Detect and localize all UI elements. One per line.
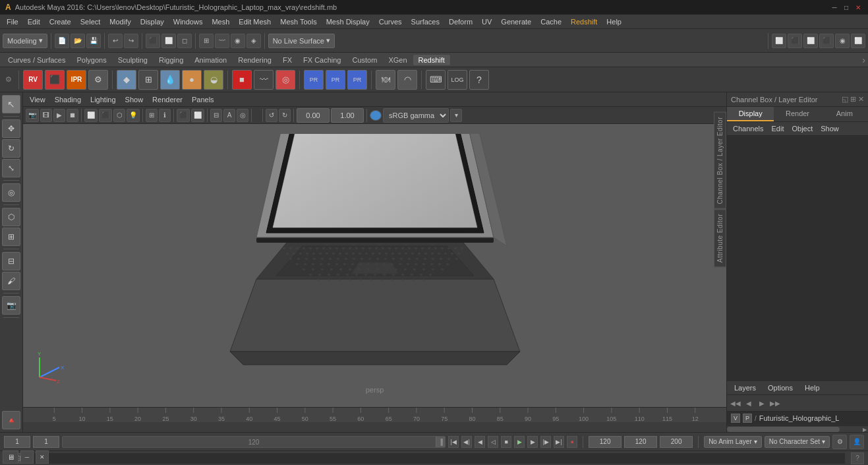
vp-render-region-btn[interactable]: ⬛ (177, 109, 190, 122)
vp-smooth-btn[interactable]: ⬛ (99, 109, 112, 122)
shelf-log-btn[interactable]: LOG (448, 70, 467, 90)
maximize-button[interactable]: □ (842, 3, 851, 12)
shelf-tab-custom[interactable]: Custom (347, 55, 383, 65)
shelf-tab-sculpting[interactable]: Sculpting (113, 55, 153, 65)
viewport-menu-view[interactable]: View (26, 94, 49, 105)
snap-point-btn[interactable]: ◉ (231, 34, 245, 48)
snap-curve-btn[interactable]: 〰 (215, 34, 229, 48)
paint-btn[interactable]: ◻ (177, 34, 192, 48)
shelf-ipr-btn[interactable]: IPR (67, 70, 86, 90)
le-menu-layers[interactable]: Layers (731, 383, 759, 392)
transport-record[interactable]: ● (567, 436, 577, 448)
vp-texture-btn[interactable]: ⬡ (113, 109, 125, 122)
gamma-select[interactable]: sRGB gamma (383, 108, 449, 123)
menu-item-redshift[interactable]: Redshift (567, 16, 601, 27)
vp-dof-btn[interactable]: ◎ (237, 109, 248, 122)
snap-to-btn[interactable]: 🔺 (2, 411, 20, 429)
vp-input-0[interactable] (297, 108, 330, 123)
shelf-tab-redshift[interactable]: Redshift (413, 55, 450, 65)
layer-next-single-btn[interactable]: ▶ (756, 397, 768, 409)
shelf-rv-btn[interactable]: RV (23, 70, 43, 90)
vp-wireframe-btn[interactable]: ⬜ (84, 109, 98, 122)
cb-tab-display[interactable]: Display (727, 107, 774, 121)
vp-hud-btn[interactable]: ℹ (159, 109, 171, 122)
transport-stop[interactable]: ■ (501, 436, 511, 448)
viewport-menu-panels[interactable]: Panels (188, 94, 218, 105)
taskbar-close-btn[interactable]: ✕ (36, 450, 49, 464)
char-set-dropdown[interactable]: No Character Set ▾ (765, 436, 830, 448)
live-surface-dropdown[interactable]: No Live Surface ▾ (268, 34, 335, 48)
menu-item-display[interactable]: Display (136, 16, 168, 27)
menu-item-windows[interactable]: Windows (169, 16, 207, 27)
menu-item-curves[interactable]: Curves (375, 16, 406, 27)
icon-btn-4[interactable]: ⬛ (819, 34, 834, 48)
menu-item-help[interactable]: Help (602, 16, 625, 27)
snap-grid-tool-btn[interactable]: ⊞ (2, 228, 20, 246)
shelf-icon-2[interactable]: ⬛ (45, 70, 65, 90)
panel-close-btn[interactable]: ✕ (858, 95, 864, 104)
undo-button[interactable]: ↩ (108, 34, 123, 48)
viewport-menu-shading[interactable]: Shading (51, 94, 85, 105)
rotate-tool-btn[interactable]: ↻ (2, 139, 20, 158)
shelf-grid-btn[interactable]: ⊞ (138, 70, 158, 90)
taskbar-minimize-btn[interactable]: ─ (20, 450, 34, 464)
icon-btn-2[interactable]: ⬛ (788, 34, 802, 48)
shelf-code-btn[interactable]: ⌨ (426, 70, 446, 90)
viewport-menu-renderer[interactable]: Renderer (148, 94, 187, 105)
soft-select-btn[interactable]: ⬡ (2, 208, 20, 226)
range-end-handle[interactable]: ▐ (436, 437, 445, 447)
open-scene-button[interactable]: 📂 (71, 34, 85, 48)
select-tool-btn[interactable]: ⬛ (146, 34, 160, 48)
save-scene-button[interactable]: 💾 (86, 34, 101, 48)
scale-tool-btn[interactable]: ⤡ (2, 159, 20, 177)
menu-item-select[interactable]: Select (76, 16, 105, 27)
render-btn[interactable]: ◉ (835, 34, 850, 48)
layer-prev-single-btn[interactable]: ◀ (743, 397, 755, 409)
shelf-tab-rigging[interactable]: Rigging (154, 55, 188, 65)
universal-tool-btn[interactable]: ◎ (2, 183, 20, 202)
current-frame-input[interactable] (4, 436, 30, 448)
scroll-right-btn[interactable]: ▶ (861, 426, 868, 432)
vp-rot-y-btn[interactable]: ↻ (279, 109, 291, 122)
cb-menu-object[interactable]: Object (788, 124, 816, 133)
timeline-ruler[interactable]: 5 10 15 20 25 30 (23, 408, 726, 422)
shelf-dome-btn[interactable]: ◠ (397, 70, 417, 90)
le-menu-help[interactable]: Help (801, 383, 823, 392)
shelf-donut-btn[interactable]: ◎ (275, 70, 295, 90)
shelf-tab-polygons[interactable]: Polygons (71, 55, 111, 65)
shelf-tab-animation[interactable]: Animation (189, 55, 232, 65)
transport-next-frame[interactable]: ▶ (527, 436, 538, 448)
menu-item-surfaces[interactable]: Surfaces (407, 16, 444, 27)
vp-play-btn[interactable]: ▶ (53, 109, 65, 122)
lasso-btn[interactable]: ⬜ (161, 34, 176, 48)
transport-play-back[interactable]: ◁ (488, 436, 498, 448)
menu-item-mesh-display[interactable]: Mesh Display (322, 16, 374, 27)
menu-item-modify[interactable]: Modify (105, 16, 134, 27)
menu-item-deform[interactable]: Deform (445, 16, 477, 27)
shelf-tab-rendering[interactable]: Rendering (233, 55, 277, 65)
menu-item-cache[interactable]: Cache (536, 16, 565, 27)
anim-layer-dropdown[interactable]: No Anim Layer ▾ (704, 436, 762, 448)
timeline-range-bar[interactable]: 120 ▐ (62, 436, 446, 448)
layer-playback-btn[interactable]: P (743, 414, 752, 423)
le-menu-options[interactable]: Options (765, 383, 796, 392)
snap-grid-btn[interactable]: ⊞ (199, 34, 214, 48)
cb-tab-anim[interactable]: Anim (821, 107, 868, 121)
shelf-gear-btn[interactable]: ⚙ (88, 70, 108, 90)
shelf-tab-curves[interactable]: Curves / Surfaces (3, 55, 71, 65)
shelf-scroll-right[interactable]: › (862, 55, 865, 65)
cb-menu-channels[interactable]: Channels (730, 124, 767, 133)
shelf-sphere-btn[interactable]: ● (182, 70, 202, 90)
menu-item-file[interactable]: File (3, 16, 22, 27)
vp-grid-btn[interactable]: ⊞ (146, 109, 158, 122)
marquee-select-btn[interactable]: ⊟ (2, 252, 20, 270)
new-scene-button[interactable]: 📄 (55, 34, 69, 48)
range-end-input[interactable] (589, 436, 622, 448)
viewport-3d[interactable]: persp X Y Z (23, 124, 726, 407)
transport-prev-frame[interactable]: ◀ (475, 436, 485, 448)
transport-next-key[interactable]: |▶ (540, 436, 551, 448)
transport-play[interactable]: ▶ (514, 436, 525, 448)
shelf-material-btn[interactable]: ◆ (117, 70, 136, 90)
panel-float-btn[interactable]: ◱ (842, 95, 848, 104)
anim-prefs-btn[interactable]: ⚙ (832, 435, 847, 449)
